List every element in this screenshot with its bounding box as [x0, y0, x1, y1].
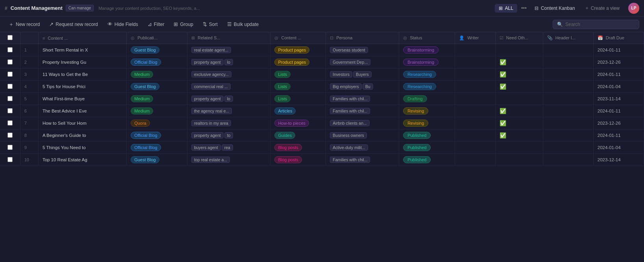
- content-type-badge: Guides: [274, 132, 295, 139]
- row-checkbox[interactable]: [7, 120, 13, 125]
- row-related: the agency real e...: [187, 105, 270, 117]
- th-persona[interactable]: ⊡ Persona: [326, 32, 399, 44]
- related-tag: commercial real ...: [191, 83, 231, 90]
- row-checkbox-cell[interactable]: [0, 68, 20, 81]
- th-checkbox[interactable]: [0, 32, 20, 44]
- publication-badge: Official Blog: [131, 132, 161, 139]
- th-writer[interactable]: 👤 Writer: [455, 32, 496, 44]
- row-checkbox-cell[interactable]: [0, 105, 20, 117]
- persona-tag: Government Dep...: [330, 59, 370, 65]
- row-checkbox[interactable]: [7, 84, 13, 89]
- row-status: Revising: [399, 117, 455, 129]
- row-checkbox[interactable]: [7, 59, 13, 65]
- bulk-update-btn[interactable]: ☰ Bulk update: [223, 20, 263, 29]
- sort-btn[interactable]: ⇅ Sort: [199, 20, 222, 29]
- row-draft-due: 2024-01-11: [593, 44, 644, 56]
- status-badge: Revising: [403, 120, 428, 127]
- row-header-image: [543, 105, 593, 117]
- row-need-other: ✅: [495, 105, 543, 117]
- row-number: 9: [20, 142, 38, 154]
- th-publication[interactable]: ◎ Publicati...: [127, 32, 187, 44]
- row-checkbox[interactable]: [7, 96, 13, 101]
- content-type-badge: How-to pieces: [274, 120, 309, 127]
- th-status[interactable]: ◎ Status: [399, 32, 455, 44]
- row-draft-due: 2023-12-26: [593, 117, 644, 129]
- row-checkbox-cell[interactable]: [0, 93, 20, 105]
- row-writer: [455, 93, 496, 105]
- row-header-image: [543, 154, 593, 166]
- publication-badge: Medium: [131, 95, 153, 102]
- row-content-type: Guides: [270, 129, 326, 142]
- view-kanban-btn[interactable]: ⊟ Content Kanban: [531, 4, 579, 13]
- persona-tag: Airbnb clients an...: [330, 120, 369, 126]
- publication-badge: Medium: [131, 71, 153, 78]
- filter-btn[interactable]: ⊿ Filter: [144, 20, 168, 29]
- row-content-title: A Beginner's Guide to: [38, 129, 126, 142]
- need-other-check: ✅: [500, 108, 506, 114]
- row-writer: [455, 56, 496, 68]
- related-tag: to: [224, 132, 233, 138]
- th-pub-label: Publicati...: [137, 35, 157, 40]
- row-draft-due: 2023-11-14: [593, 93, 644, 105]
- row-checkbox[interactable]: [7, 133, 13, 138]
- related-tag: real estate agent...: [191, 47, 231, 53]
- new-record-btn[interactable]: ＋ New record: [5, 19, 44, 30]
- hide-fields-btn[interactable]: 👁 Hide Fields: [104, 20, 142, 29]
- status-badge: Drafting: [403, 95, 427, 102]
- row-persona: Families with chil...: [326, 93, 399, 105]
- eye-icon: 👁: [107, 21, 113, 27]
- row-number: 5: [20, 93, 38, 105]
- row-writer: [455, 68, 496, 81]
- view-more-btn[interactable]: •••: [519, 4, 529, 13]
- row-checkbox[interactable]: [7, 72, 13, 77]
- row-checkbox[interactable]: [7, 47, 13, 52]
- related-tag: lo: [224, 59, 233, 65]
- row-checkbox-cell[interactable]: [0, 154, 20, 166]
- row-need-other: [495, 154, 543, 166]
- can-manage-badge: Can manage: [66, 5, 94, 11]
- row-checkbox-cell[interactable]: [0, 129, 20, 142]
- new-record-icon: ＋: [9, 21, 14, 28]
- th-need-other[interactable]: ☑ Need Oth...: [495, 32, 543, 44]
- row-checkbox-cell[interactable]: [0, 56, 20, 68]
- persona-tag: Active-duty milit...: [330, 144, 368, 151]
- row-persona: Active-duty milit...: [326, 142, 399, 154]
- row-checkbox-cell[interactable]: [0, 117, 20, 129]
- th-header-image[interactable]: 📎 Header I...: [543, 32, 593, 44]
- th-related[interactable]: ⊞ Related S...: [187, 32, 270, 44]
- row-checkbox-cell[interactable]: [0, 142, 20, 154]
- row-related: property agentlo: [187, 93, 270, 105]
- th-content[interactable]: ≡ Content ...: [38, 32, 126, 44]
- row-header-image: [543, 56, 593, 68]
- row-checkbox-cell[interactable]: [0, 44, 20, 56]
- row-status: Brainstorming: [399, 44, 455, 56]
- row-content-title: 11 Ways to Get the Be: [38, 68, 126, 81]
- row-status: Published: [399, 154, 455, 166]
- group-btn[interactable]: ⊞ Group: [170, 20, 197, 29]
- status-badge: Brainstorming: [403, 59, 439, 66]
- select-all-checkbox[interactable]: [7, 35, 13, 40]
- sort-icon: ⇅: [203, 21, 207, 27]
- th-draft-due[interactable]: 📅 Draft Due: [593, 32, 644, 44]
- row-writer: [455, 154, 496, 166]
- row-checkbox[interactable]: [7, 108, 13, 113]
- th-content-type[interactable]: ◎ Content ...: [270, 32, 326, 44]
- persona-tag: Families with chil...: [330, 108, 370, 114]
- row-checkbox-cell[interactable]: [0, 81, 20, 93]
- table-row: 45 Tips for House PriciGuest Blogcommerc…: [0, 81, 644, 93]
- request-record-btn[interactable]: ↗ Request new record: [45, 20, 102, 29]
- row-related: real estate agent...: [187, 44, 270, 56]
- avatar[interactable]: LP: [628, 3, 639, 14]
- row-publication: Official Blog: [127, 129, 187, 142]
- row-number: 1: [20, 44, 38, 56]
- search-container[interactable]: 🔍: [553, 20, 639, 29]
- create-view-btn[interactable]: ＋ Create a view: [581, 3, 624, 13]
- row-content-title: Top 10 Real Estate Ag: [38, 154, 126, 166]
- filter-label: Filter: [154, 22, 165, 27]
- row-checkbox[interactable]: [7, 145, 13, 150]
- search-input[interactable]: [565, 22, 635, 27]
- row-status: Researching: [399, 68, 455, 81]
- view-all-btn[interactable]: ⊞ ALL: [495, 4, 517, 13]
- row-checkbox[interactable]: [7, 157, 13, 162]
- row-header-image: [543, 44, 593, 56]
